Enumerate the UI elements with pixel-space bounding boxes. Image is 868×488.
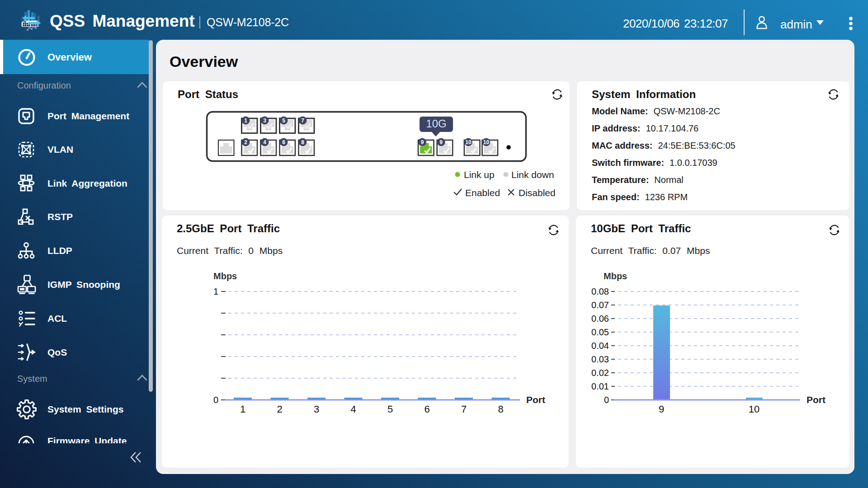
svg-text:4: 4 bbox=[350, 404, 356, 415]
svg-text:0: 0 bbox=[213, 395, 218, 405]
svg-text:2: 2 bbox=[277, 404, 282, 415]
svg-text:9: 9 bbox=[421, 139, 424, 145]
svg-text:7: 7 bbox=[301, 117, 304, 124]
svg-text:5: 5 bbox=[282, 117, 285, 124]
svg-text:2: 2 bbox=[244, 139, 247, 145]
svg-text:7: 7 bbox=[461, 404, 467, 415]
svg-text:9: 9 bbox=[659, 404, 664, 415]
svg-text:1: 1 bbox=[244, 117, 247, 124]
svg-text:6: 6 bbox=[282, 139, 285, 145]
svg-text:9: 9 bbox=[439, 139, 443, 145]
svg-text:10: 10 bbox=[483, 139, 490, 145]
svg-text:0.01: 0.01 bbox=[591, 381, 609, 391]
svg-text:0.06: 0.06 bbox=[591, 314, 609, 324]
svg-text:10: 10 bbox=[465, 139, 472, 145]
svg-text:5: 5 bbox=[387, 404, 393, 415]
svg-text:3: 3 bbox=[263, 117, 266, 124]
svg-text:1: 1 bbox=[213, 286, 218, 296]
svg-text:0.07: 0.07 bbox=[591, 300, 609, 310]
svg-text:Port: Port bbox=[807, 394, 826, 405]
svg-text:4: 4 bbox=[263, 139, 266, 145]
svg-text:0.05: 0.05 bbox=[591, 327, 609, 337]
svg-text:0: 0 bbox=[604, 395, 609, 405]
svg-text:0.03: 0.03 bbox=[591, 354, 609, 364]
svg-text:Port: Port bbox=[526, 394, 545, 405]
svg-text:1: 1 bbox=[240, 404, 245, 415]
svg-text:8: 8 bbox=[301, 139, 304, 145]
svg-text:10: 10 bbox=[749, 404, 760, 415]
svg-text:3: 3 bbox=[314, 404, 319, 415]
svg-text:8: 8 bbox=[498, 404, 503, 415]
svg-text:Mbps: Mbps bbox=[213, 271, 237, 281]
svg-text:0.02: 0.02 bbox=[591, 368, 609, 378]
svg-text:0.04: 0.04 bbox=[591, 341, 609, 351]
svg-text:0.08: 0.08 bbox=[591, 286, 609, 296]
svg-text:6: 6 bbox=[424, 404, 429, 415]
svg-text:Mbps: Mbps bbox=[604, 271, 627, 281]
svg-text:10G: 10G bbox=[426, 117, 446, 130]
